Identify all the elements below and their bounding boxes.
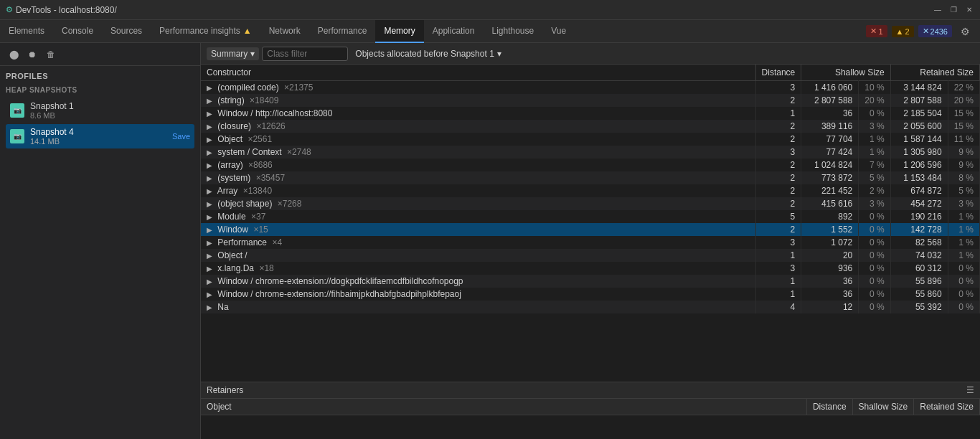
warning-badge[interactable]: ▲ 2 xyxy=(892,26,914,37)
cell-retained-pct: 1 % xyxy=(948,236,979,249)
expand-arrow[interactable]: ▶ xyxy=(207,161,212,169)
devtools-icon: ⚙ xyxy=(6,5,13,14)
tab-network[interactable]: Network xyxy=(260,20,309,43)
tab-application[interactable]: Application xyxy=(424,20,484,43)
clear-snapshots-button[interactable]: 🗑 xyxy=(43,47,59,62)
cell-retained-size: 2 807 588 xyxy=(890,94,948,107)
cell-shallow-pct: 0 % xyxy=(859,288,890,301)
main-layout: ⬤ ⏺ 🗑 PROFILES HEAP SNAPSHOTS 📷 Snapshot… xyxy=(0,43,980,439)
snapshot-item-4[interactable]: 📷 Snapshot 4 14.1 MB Save xyxy=(6,124,194,148)
col-header-retained-size[interactable]: Retained Size xyxy=(890,65,979,81)
table-row[interactable]: ▶ Window ×15 2 1 552 0 % 142 728 1 % xyxy=(201,223,980,236)
expand-arrow[interactable]: ▶ xyxy=(207,187,212,195)
cell-retained-size: 82 568 xyxy=(890,236,948,249)
ret-col-retained[interactable]: Retained Size xyxy=(914,399,980,415)
ret-col-object[interactable]: Object xyxy=(201,399,806,415)
table-body: ▶ (compiled code) ×21375 3 1 416 060 10 … xyxy=(201,81,980,314)
cell-retained-size: 55 896 xyxy=(890,275,948,288)
cell-shallow-pct: 10 % xyxy=(859,81,890,95)
tab-vue[interactable]: Vue xyxy=(542,20,575,43)
tab-sources[interactable]: Sources xyxy=(102,20,151,43)
col-header-constructor[interactable]: Constructor xyxy=(201,65,755,81)
table-row[interactable]: ▶ (object shape) ×7268 2 415 616 3 % 454… xyxy=(201,197,980,210)
table-row[interactable]: ▶ (closure) ×12626 2 389 116 3 % 2 055 6… xyxy=(201,120,980,133)
table-row[interactable]: ▶ Object / 1 20 0 % 74 032 1 % xyxy=(201,249,980,262)
cell-distance: 5 xyxy=(755,210,801,223)
snapshot-name-1: Snapshot 1 xyxy=(30,101,74,111)
save-snapshot-button[interactable]: Save xyxy=(172,132,190,141)
expand-arrow[interactable]: ▶ xyxy=(207,123,212,131)
expand-arrow[interactable]: ▶ xyxy=(207,136,212,143)
table-row[interactable]: ▶ (string) ×18409 2 2 807 588 20 % 2 807… xyxy=(201,94,980,107)
expand-arrow[interactable]: ▶ xyxy=(207,252,212,260)
ret-col-shallow[interactable]: Shallow Size xyxy=(852,399,914,415)
cell-retained-pct: 5 % xyxy=(948,184,979,197)
expand-arrow[interactable]: ▶ xyxy=(207,97,212,105)
content-toolbar: Summary ▾ Objects allocated before Snaps… xyxy=(201,43,980,65)
tab-memory[interactable]: Memory xyxy=(375,20,423,43)
minimize-button[interactable]: — xyxy=(933,5,943,15)
close-button[interactable]: ✕ xyxy=(964,5,974,15)
snapshot-info-4: Snapshot 4 14.1 MB xyxy=(30,127,74,146)
tab-performance[interactable]: Performance xyxy=(309,20,376,43)
expand-arrow[interactable]: ▶ xyxy=(207,303,212,311)
start-recording-button[interactable]: ⏺ xyxy=(24,47,40,62)
class-filter-input[interactable] xyxy=(262,47,348,61)
new-snapshot-button[interactable]: ⬤ xyxy=(6,47,22,62)
expand-arrow[interactable]: ▶ xyxy=(207,213,212,221)
table-row[interactable]: ▶ Object ×2561 2 77 704 1 % 1 587 144 11… xyxy=(201,133,980,146)
ret-col-distance[interactable]: Distance xyxy=(806,399,852,415)
cell-shallow-pct: 0 % xyxy=(859,262,890,275)
cell-constructor: ▶ Module ×37 xyxy=(201,210,755,223)
error-icon: ✕ xyxy=(870,27,877,36)
cell-constructor: ▶ Performance ×4 xyxy=(201,236,755,249)
expand-arrow[interactable]: ▶ xyxy=(207,110,212,118)
table-row[interactable]: ▶ system / Context ×2748 3 77 424 1 % 1 … xyxy=(201,146,980,159)
table-row[interactable]: ▶ (array) ×8686 2 1 024 824 7 % 1 206 59… xyxy=(201,159,980,171)
heap-table: Constructor Distance Shallow Size Retain… xyxy=(201,65,980,313)
expand-arrow[interactable]: ▶ xyxy=(207,226,212,234)
window-title: DevTools - localhost:8080/ xyxy=(16,5,933,15)
tab-elements[interactable]: Elements xyxy=(0,20,53,43)
objects-label: Objects allocated before Snapshot 1 xyxy=(355,49,494,59)
tab-lighthouse[interactable]: Lighthouse xyxy=(483,20,542,43)
table-row[interactable]: ▶ Module ×37 5 892 0 % 190 216 1 % xyxy=(201,210,980,223)
expand-arrow[interactable]: ▶ xyxy=(207,200,212,208)
cell-constructor: ▶ (string) ×18409 xyxy=(201,94,755,107)
col-header-distance[interactable]: Distance xyxy=(755,65,801,81)
cell-shallow-pct: 2 % xyxy=(859,184,890,197)
table-row[interactable]: ▶ Na 4 12 0 % 55 392 0 % xyxy=(201,301,980,313)
heap-snapshots-title: HEAP SNAPSHOTS xyxy=(6,86,194,94)
table-row[interactable]: ▶ Window / chrome-extension://fihbaimjpk… xyxy=(201,288,980,301)
error-badge[interactable]: ✕ 1 xyxy=(866,25,887,37)
col-header-shallow-size[interactable]: Shallow Size xyxy=(801,65,890,81)
cell-retained-pct: 20 % xyxy=(948,94,979,107)
summary-dropdown[interactable]: Summary ▾ xyxy=(207,47,259,60)
objects-dropdown[interactable]: Objects allocated before Snapshot 1 ▾ xyxy=(351,47,505,60)
table-row[interactable]: ▶ Array ×13840 2 221 452 2 % 674 872 5 % xyxy=(201,184,980,197)
info-badge[interactable]: ✕ 2436 xyxy=(918,25,952,37)
expand-arrow[interactable]: ▶ xyxy=(207,148,212,156)
restore-button[interactable]: ❐ xyxy=(948,5,958,15)
expand-arrow[interactable]: ▶ xyxy=(207,265,212,273)
tab-console[interactable]: Console xyxy=(53,20,102,43)
table-row[interactable]: ▶ Window / http://localhost:8080 1 36 0 … xyxy=(201,107,980,120)
expand-arrow[interactable]: ▶ xyxy=(207,291,212,298)
expand-arrow[interactable]: ▶ xyxy=(207,239,212,247)
cell-retained-pct: 15 % xyxy=(948,120,979,133)
table-row[interactable]: ▶ (system) ×35457 2 773 872 5 % 1 153 48… xyxy=(201,171,980,184)
expand-arrow[interactable]: ▶ xyxy=(207,84,212,92)
cell-retained-pct: 8 % xyxy=(948,171,979,184)
tab-performance-insights[interactable]: Performance insights ▲ xyxy=(151,20,260,43)
table-row[interactable]: ▶ (compiled code) ×21375 3 1 416 060 10 … xyxy=(201,81,980,95)
settings-button[interactable]: ⚙ xyxy=(956,24,974,39)
retainers-menu-icon[interactable]: ☰ xyxy=(966,385,974,395)
table-row[interactable]: ▶ Performance ×4 3 1 072 0 % 82 568 1 % xyxy=(201,236,980,249)
constructor-count: ×21375 xyxy=(284,82,313,93)
expand-arrow[interactable]: ▶ xyxy=(207,174,212,182)
expand-arrow[interactable]: ▶ xyxy=(207,278,212,285)
table-row[interactable]: ▶ x.lang.Da ×18 3 936 0 % 60 312 0 % xyxy=(201,262,980,275)
snapshot-item-1[interactable]: 📷 Snapshot 1 8.6 MB xyxy=(6,98,194,123)
cell-retained-pct: 15 % xyxy=(948,107,979,120)
table-row[interactable]: ▶ Window / chrome-extension://dogkpdfckl… xyxy=(201,275,980,288)
